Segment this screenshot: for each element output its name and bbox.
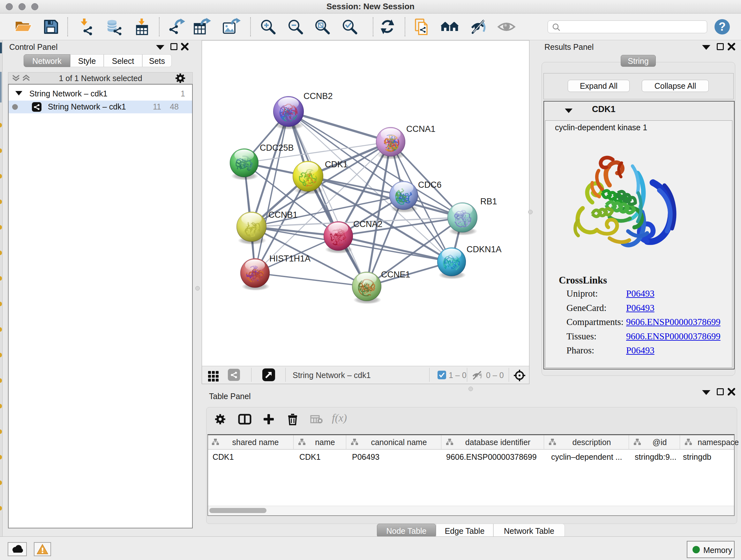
svg-text:CCNA2: CCNA2 — [353, 219, 383, 229]
svg-text:CDC6: CDC6 — [418, 180, 442, 190]
svg-text:CDK1: CDK1 — [325, 160, 348, 169]
svg-text:CCNE1: CCNE1 — [381, 270, 410, 279]
svg-text:CCNB1: CCNB1 — [268, 210, 298, 220]
svg-text:?: ? — [719, 20, 726, 33]
svg-text:RB1: RB1 — [480, 197, 497, 206]
svg-text:CCNB2: CCNB2 — [304, 91, 333, 101]
svg-text:CCNA1: CCNA1 — [406, 124, 435, 134]
svg-text:HIST1H1A: HIST1H1A — [269, 254, 311, 263]
svg-text:CDKN1A: CDKN1A — [467, 245, 502, 254]
svg-text:CDC25B: CDC25B — [260, 143, 294, 152]
